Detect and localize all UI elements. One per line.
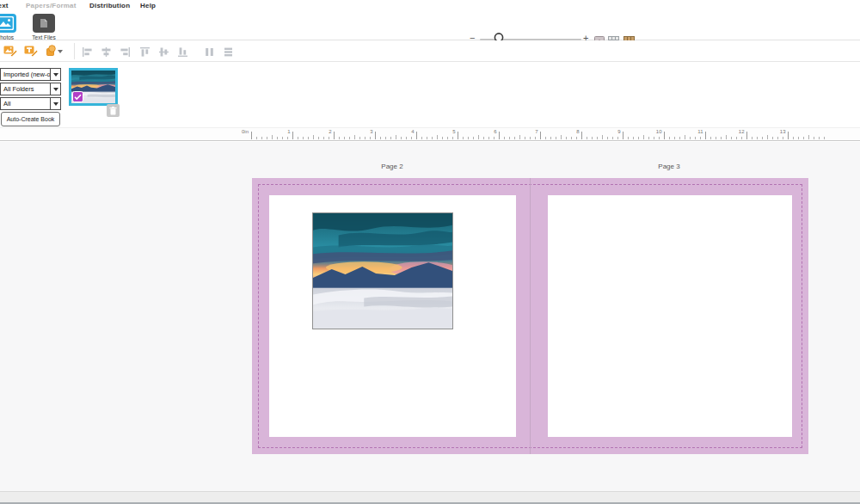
auto-create-book-button[interactable]: Auto-Create Book [1,112,60,126]
ruler-tick [788,132,789,139]
sort-dropdown[interactable]: Imported (new-old [0,68,61,81]
photos-button-label: Photos [0,34,24,40]
ruler-tick [772,137,773,139]
ruler-tick [256,137,257,139]
ruler-tick [556,137,556,139]
ruler-tick [664,132,665,139]
ruler-tick [685,135,685,139]
folders-dropdown[interactable]: All Folders [0,83,61,95]
chevron-down-icon [53,73,58,77]
ruler-tick [690,137,691,139]
ruler-tick [793,137,794,139]
ruler-tick [561,135,562,139]
ruler-tick [623,132,624,139]
ruler-tick [705,132,706,139]
add-photo-frame-button[interactable] [3,45,17,57]
sort-dropdown-arrow[interactable] [50,69,60,80]
distribute-vertical-button[interactable] [223,46,234,57]
ruler-tick [741,137,742,139]
ruler-tick [767,135,768,139]
align-right-button[interactable] [120,46,131,57]
ruler-tick [452,137,453,139]
align-center-horizontal-button[interactable] [101,46,112,57]
menu-bar: Text Papers/Format Distribution Help [0,0,860,12]
ruler-tick [277,137,278,139]
ruler-tick [654,137,654,139]
ruler-tick [777,137,778,139]
ruler-tick [504,137,505,139]
ruler-tick [824,137,825,139]
ruler-tick [282,137,283,139]
ruler-tick [323,137,324,139]
ruler-tick [334,132,335,139]
ruler-tick [416,132,417,139]
placed-photo-frame[interactable] [312,212,453,329]
ruler-number: 3 [362,129,373,134]
ruler-tick [700,137,701,139]
ruler-tick [303,137,304,139]
text-files-button[interactable]: Text Files [24,14,64,40]
trash-icon[interactable] [107,104,120,117]
ruler-tick [385,137,386,139]
ruler-number: 10 [651,129,662,134]
photos-button[interactable]: Photos [0,14,24,40]
ruler-number: 11 [692,129,703,134]
ruler-tick [617,137,618,139]
ruler-tick [659,137,660,139]
folders-dropdown-arrow[interactable] [50,83,60,95]
ruler-tick [581,132,582,139]
ruler-tick [798,137,799,139]
ruler-number: 9 [610,129,621,134]
placed-photo-image [313,213,452,329]
align-top-button[interactable] [139,46,150,57]
horizontal-scrollbar[interactable] [0,491,860,502]
add-photo-frame-icon [3,45,17,57]
ruler-tick [499,132,500,139]
ruler-tick [545,137,546,139]
photo-thumbnail[interactable] [69,68,118,106]
ruler-tick [819,137,820,139]
ruler-tick [432,137,433,139]
menu-item-distribution[interactable]: Distribution [89,2,130,9]
ruler-tick [643,135,644,139]
ruler-tick [339,137,340,139]
ruler-unit-label: 0in [235,129,249,134]
align-left-button[interactable] [82,46,93,57]
photo-browser-panel: Imported (new-old All Folders All Auto-C… [0,62,860,127]
page-3-safe-area[interactable] [548,195,792,437]
ruler-tick [329,137,329,139]
ruler-tick [597,137,598,139]
ruler-tick [458,132,458,139]
ruler-tick [602,135,603,139]
ruler-tick [494,137,494,139]
ruler-tick [525,137,525,139]
menu-item-text[interactable]: Text [0,2,9,9]
ruler-tick [272,135,273,139]
ruler-number: 13 [775,129,786,134]
ruler-tick [427,137,427,139]
filter-dropdown[interactable]: All [0,97,61,110]
align-middle-vertical-button[interactable] [158,46,169,57]
page-left-label: Page 2 [349,163,435,170]
ruler-tick [380,137,381,139]
frame-tools-toolbar [0,40,860,62]
ruler-tick [648,137,649,139]
filter-dropdown-arrow[interactable] [50,98,60,109]
ruler-number: 7 [527,129,538,134]
add-text-frame-button[interactable] [24,45,38,57]
distribute-horizontal-button[interactable] [204,46,215,57]
checkbox-checked-icon[interactable] [72,91,83,102]
menu-item-help[interactable]: Help [140,2,156,9]
ruler-number: 2 [321,129,332,134]
horizontal-ruler: 0in 12345678910111213 [0,127,860,141]
menu-item-papers-format[interactable]: Papers/Format [26,2,77,9]
add-shape-button[interactable] [43,45,64,57]
ruler-tick [468,137,469,139]
layout-canvas: Page 2 Page 3 [0,142,860,491]
ruler-tick [514,137,515,139]
ruler-tick [746,132,747,139]
ruler-tick [344,137,345,139]
page-spread[interactable] [252,178,808,454]
ruler-tick [612,137,613,139]
align-bottom-button[interactable] [177,46,188,57]
